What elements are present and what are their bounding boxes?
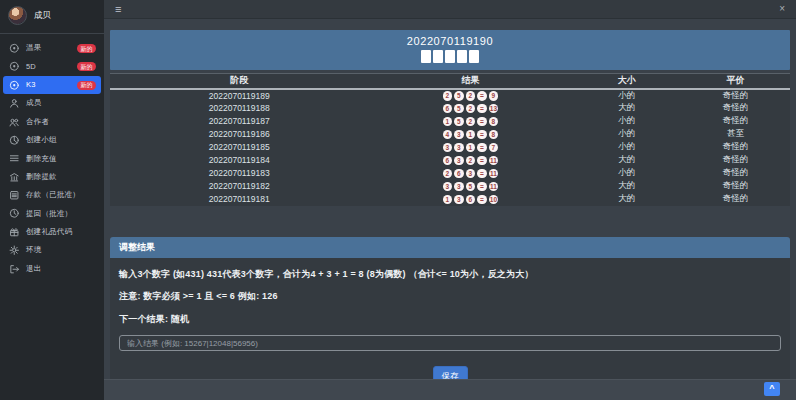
scroll-to-top-button[interactable]: ^ <box>764 382 780 396</box>
next-result-line: 下一个结果: 随机 <box>119 313 781 326</box>
result-ball: 6 <box>466 195 476 205</box>
cell-size: 大的 <box>572 102 681 115</box>
result-ball: 3 <box>454 182 464 192</box>
sidebar-item-label: 提回（批准） <box>26 209 72 219</box>
sidebar-item-label: 5D <box>26 62 36 71</box>
result-ball: 5 <box>466 182 476 192</box>
new-badge: 新的 <box>77 44 96 53</box>
col-period: 阶段 <box>110 74 368 89</box>
result-ball: = <box>477 104 487 114</box>
cell-parity: 奇怪的 <box>681 89 790 102</box>
user-icon <box>9 98 21 109</box>
cell-result: 252=9 <box>368 89 572 102</box>
cell-result: 632=11 <box>368 154 572 167</box>
sidebar-item[interactable]: 退出 <box>3 260 101 278</box>
sidebar-item[interactable]: 删除提款 <box>3 168 101 186</box>
sidebar-item[interactable]: 环境 <box>3 241 101 259</box>
countdown-digit <box>421 50 431 63</box>
result-ball: 10 <box>489 195 499 205</box>
sidebar-item[interactable]: K3 新的 <box>3 76 101 94</box>
sidebar-item-label: 环境 <box>26 245 41 255</box>
table-row: 2022070119185 331=7 小的 奇怪的 <box>110 141 790 154</box>
sidebar-item[interactable]: 合作者 <box>3 113 101 131</box>
pie-chart-icon <box>9 135 21 146</box>
user-panel[interactable]: 成贝 <box>0 0 104 34</box>
sidebar-item-label: 合作者 <box>26 117 49 127</box>
result-ball: 1 <box>443 117 453 127</box>
result-ball: 2 <box>443 91 453 101</box>
cell-result: 263=11 <box>368 167 572 180</box>
sidebar-item[interactable]: 5D 新的 <box>3 57 101 75</box>
close-icon[interactable]: × <box>779 4 785 14</box>
sidebar-item[interactable]: 创建小组 <box>3 131 101 149</box>
cell-parity: 奇怪的 <box>681 102 790 115</box>
result-ball: 2 <box>466 104 476 114</box>
result-ball: 3 <box>443 143 453 153</box>
cell-period: 2022070119183 <box>110 167 368 180</box>
list-check-icon <box>9 190 21 201</box>
cell-parity: 甚至 <box>681 128 790 141</box>
result-ball: 11 <box>489 156 499 166</box>
sidebar-item[interactable]: 温果 新的 <box>3 39 101 57</box>
sidebar: 成贝 温果 新的 5D 新的 K3 新的 成员 <box>0 0 104 400</box>
cell-period: 2022070119181 <box>110 193 368 206</box>
result-ball: 2 <box>466 117 476 127</box>
new-badge: 新的 <box>77 81 96 90</box>
cell-parity: 奇怪的 <box>681 115 790 128</box>
result-ball: 3 <box>466 169 476 179</box>
result-ball: 1 <box>443 195 453 205</box>
cell-size: 小的 <box>572 115 681 128</box>
result-ball: = <box>477 195 487 205</box>
sidebar-item[interactable]: 存款（已批准） <box>3 186 101 204</box>
result-ball: 3 <box>454 156 464 166</box>
main-area: ≡ × 2022070119190 阶段 结果 大小 平价 <box>104 0 796 400</box>
cell-result: 431=8 <box>368 128 572 141</box>
result-ball: 8 <box>489 117 499 127</box>
list-icon <box>9 153 21 164</box>
cell-period: 2022070119184 <box>110 154 368 167</box>
result-ball: = <box>477 117 487 127</box>
dice-icon <box>9 61 21 72</box>
sidebar-item[interactable]: 提回（批准） <box>3 205 101 223</box>
table-row: 2022070119187 152=8 小的 奇怪的 <box>110 115 790 128</box>
cell-period: 2022070119188 <box>110 102 368 115</box>
cell-parity: 奇怪的 <box>681 167 790 180</box>
sidebar-item[interactable]: 创建礼品代码 <box>3 223 101 241</box>
result-ball: = <box>477 169 487 179</box>
result-ball: 1 <box>466 130 476 140</box>
cell-size: 小的 <box>572 167 681 180</box>
result-input[interactable] <box>119 335 781 351</box>
top-navbar: ≡ × <box>104 0 796 19</box>
gear-icon <box>9 245 21 256</box>
col-result: 结果 <box>368 74 572 89</box>
avatar <box>8 6 27 25</box>
gift-icon <box>9 227 21 238</box>
cell-period: 2022070119187 <box>110 115 368 128</box>
hamburger-icon[interactable]: ≡ <box>115 4 121 15</box>
dice-icon <box>9 79 21 90</box>
sidebar-item[interactable]: 成员 <box>3 94 101 112</box>
logout-icon <box>9 263 21 274</box>
cell-size: 大的 <box>572 193 681 206</box>
dice-icon <box>9 43 21 54</box>
sidebar-item-label: 创建小组 <box>26 135 57 145</box>
result-ball: 5 <box>454 91 464 101</box>
cell-size: 小的 <box>572 141 681 154</box>
app-window: 成贝 温果 新的 5D 新的 K3 新的 成员 <box>0 0 796 400</box>
result-ball: 1 <box>466 143 476 153</box>
table-row: 2022070119184 632=11 大的 奇怪的 <box>110 154 790 167</box>
table-row: 2022070119186 431=8 小的 甚至 <box>110 128 790 141</box>
sidebar-item-label: K3 <box>26 80 36 89</box>
sidebar-item-label: 创建礼品代码 <box>26 227 72 237</box>
table-row: 2022070119189 252=9 小的 奇怪的 <box>110 89 790 102</box>
cell-result: 652=13 <box>368 102 572 115</box>
countdown-timer <box>110 50 790 63</box>
results-table: 阶段 结果 大小 平价 2022070119189 252=9 小的 奇怪的 2… <box>110 73 790 206</box>
result-ball: 5 <box>454 104 464 114</box>
content: 2022070119190 阶段 结果 大小 平价 <box>104 19 796 399</box>
cell-parity: 奇怪的 <box>681 193 790 206</box>
cell-parity: 奇怪的 <box>681 180 790 193</box>
sidebar-item[interactable]: 删除充值 <box>3 149 101 167</box>
sidebar-item-label: 删除提款 <box>26 172 57 182</box>
countdown-digit <box>469 50 479 63</box>
